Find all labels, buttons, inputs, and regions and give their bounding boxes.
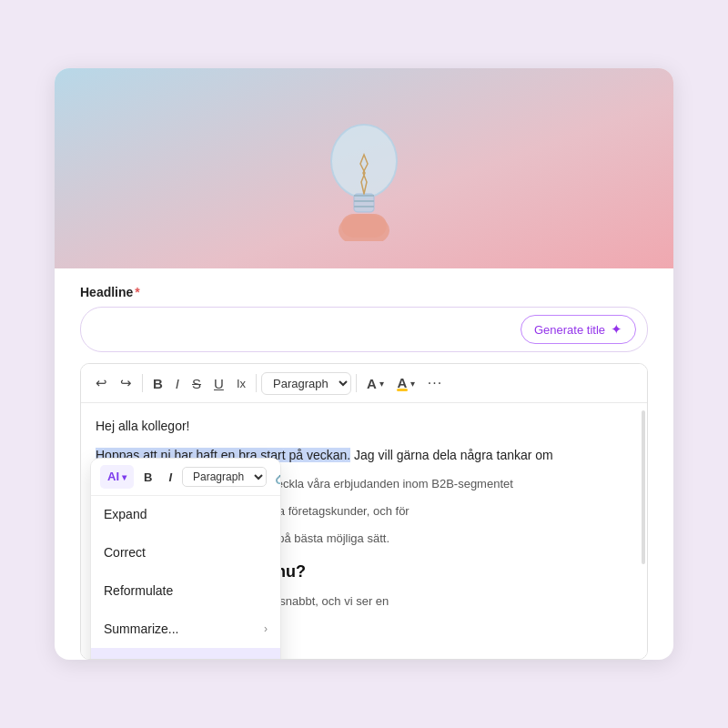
chevron-down-icon-2: ▾ (410, 379, 415, 389)
required-marker: * (135, 285, 139, 299)
ctx-summarize-item[interactable]: Summarize... › (91, 611, 280, 649)
italic-button[interactable]: I (170, 372, 185, 395)
highlight-icon: A (397, 375, 408, 391)
bold-button[interactable]: B (147, 372, 168, 395)
font-color-icon: A (367, 376, 377, 391)
ctx-correct-item[interactable]: Correct (91, 534, 280, 572)
ctx-summarize-label: Summarize... (104, 619, 178, 641)
editor-card: Headline* Generate title ✦ ↩ ↪ B I S U I… (55, 68, 673, 660)
undo-button[interactable]: ↩ (90, 371, 113, 395)
headline-input[interactable] (96, 322, 521, 337)
ctx-tone-sub-label: Friendly (217, 658, 260, 660)
toolbar-divider-1 (142, 374, 143, 392)
editor-section: ↩ ↪ B I S U Ix Paragraph A ▾ A ▾ (80, 363, 648, 660)
format-clear-button[interactable]: Ix (231, 373, 251, 394)
headline-input-wrapper: Generate title ✦ (80, 307, 648, 352)
ai-label: AI (107, 467, 119, 487)
context-toolbar: AI ▾ B I Paragraph 🔗 " (91, 459, 280, 496)
sparkle-icon: ✦ (611, 321, 622, 338)
toolbar-divider-2 (256, 374, 257, 392)
ctx-italic-button[interactable]: I (162, 468, 178, 487)
editor-line-2-suffix: Jag vill gärna dela några tankar om (350, 448, 553, 462)
underline-button[interactable]: U (208, 372, 229, 395)
headline-label: Headline* (80, 285, 648, 299)
chevron-down-icon-3: ▾ (122, 470, 126, 485)
chevron-right-icon: › (264, 620, 268, 638)
chevron-down-icon: ▾ (379, 379, 384, 389)
editor-content[interactable]: Hej alla kollegor! Hoppas att ni har haf… (81, 403, 647, 659)
ctx-bold-button[interactable]: B (137, 468, 158, 487)
ai-badge[interactable]: AI ▾ (100, 465, 134, 489)
redo-button[interactable]: ↪ (115, 371, 137, 395)
more-options-button[interactable]: ··· (422, 371, 448, 395)
svg-point-2 (331, 125, 397, 197)
highlight-button[interactable]: A ▾ (391, 371, 420, 395)
generate-title-label: Generate title (534, 323, 605, 337)
hero-image (55, 68, 673, 268)
headline-section: Headline* Generate title ✦ (55, 268, 673, 363)
ctx-reformulate-item[interactable]: Reformulate (91, 572, 280, 611)
generate-title-button[interactable]: Generate title ✦ (521, 315, 636, 344)
ctx-expand-item[interactable]: Expand (91, 496, 280, 534)
ctx-change-tone-label: Change tone to... (104, 656, 207, 659)
toolbar-divider-3 (356, 374, 357, 392)
strikethrough-button[interactable]: S (187, 372, 207, 395)
headline-text: Headline (80, 285, 133, 299)
ctx-correct-label: Correct (104, 542, 146, 564)
ctx-change-tone-item[interactable]: Change tone to... Friendly › (91, 648, 280, 659)
font-color-button[interactable]: A ▾ (361, 372, 389, 395)
paragraph-select[interactable]: Paragraph (261, 372, 351, 395)
context-menu: AI ▾ B I Paragraph 🔗 " Expand (90, 458, 281, 660)
ctx-link-button[interactable]: 🔗 (270, 467, 281, 487)
ctx-expand-label: Expand (104, 504, 147, 526)
chevron-right-icon-2: › (264, 658, 268, 660)
svg-rect-1 (341, 214, 387, 238)
ctx-paragraph-select[interactable]: Paragraph (182, 467, 267, 487)
context-menu-list: Expand Correct Reformulate Summarize... … (91, 496, 280, 660)
editor-line-1: Hej alla kollegor! (96, 416, 632, 438)
scrollbar[interactable] (642, 410, 645, 563)
ctx-reformulate-label: Reformulate (104, 581, 173, 602)
editor-toolbar: ↩ ↪ B I S U Ix Paragraph A ▾ A ▾ (81, 364, 647, 403)
